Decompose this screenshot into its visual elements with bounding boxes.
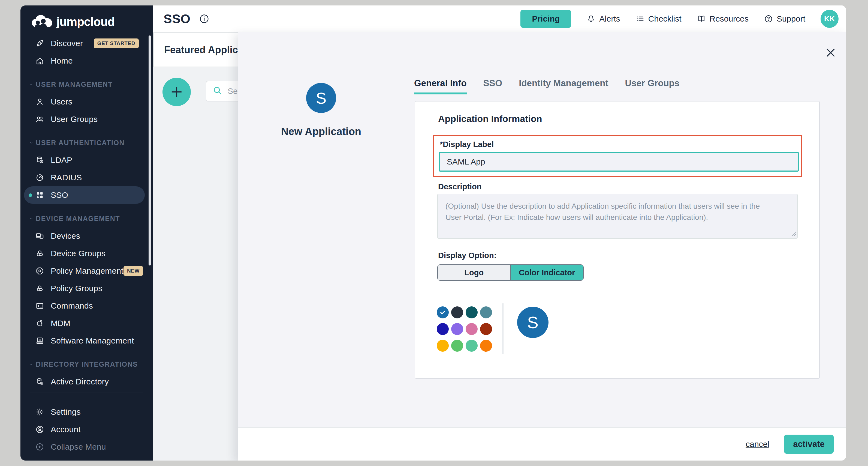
- display-label-label: *Display Label: [440, 140, 494, 149]
- application-information-card: Application Information *Display Label D…: [415, 101, 820, 379]
- sidebar-item-label: RADIUS: [51, 173, 82, 182]
- activate-button[interactable]: activate: [784, 435, 834, 454]
- pricing-button[interactable]: Pricing: [520, 10, 571, 28]
- sidebar-item-label: Active Directory: [51, 377, 109, 386]
- app-window: jumpcloud DiscoverGET STARTEDHomeUSER MA…: [21, 5, 846, 461]
- sidebar-item-ldap[interactable]: LDAP: [24, 151, 145, 169]
- description-label: Description: [438, 182, 482, 191]
- sidebar-section-device-management[interactable]: DEVICE MANAGEMENT: [21, 210, 153, 227]
- devices-icon: [35, 231, 44, 241]
- sidebar-item-user-groups[interactable]: User Groups: [24, 111, 145, 128]
- close-icon[interactable]: [825, 47, 837, 59]
- display-option-logo[interactable]: Logo: [438, 265, 510, 280]
- sidebar-item-label: Commands: [51, 301, 93, 311]
- color-swatch-6[interactable]: [466, 323, 477, 335]
- sidebar-item-sso[interactable]: SSO: [24, 186, 145, 204]
- sidebar-item-label: Users: [51, 97, 72, 107]
- sidebar-item-discover[interactable]: DiscoverGET STARTED: [24, 35, 145, 52]
- plus-icon: [170, 85, 183, 99]
- sidebar-item-label: Account: [51, 425, 81, 434]
- sidebar-item-active-directory[interactable]: Active Directory: [24, 373, 145, 390]
- info-icon[interactable]: [199, 13, 210, 24]
- search-icon: [212, 85, 223, 97]
- description-textarea[interactable]: [437, 194, 798, 239]
- sidebar-item-label: SSO: [51, 191, 68, 200]
- sidebar-item-device-groups[interactable]: Device Groups: [24, 245, 145, 262]
- active-directory-icon: [35, 377, 44, 386]
- new-application-modal: S New Application General InfoSSOIdentit…: [238, 32, 846, 461]
- modal-tabs: General InfoSSOIdentity ManagementUser G…: [414, 78, 679, 94]
- sidebar-item-collapse-menu[interactable]: Collapse Menu: [24, 438, 145, 456]
- terminal-icon: [35, 301, 44, 311]
- sidebar-item-policy-management[interactable]: Policy ManagementNEW: [24, 262, 145, 280]
- page-title: SSO: [163, 11, 191, 26]
- chevron-down-icon: [29, 141, 36, 145]
- color-swatch-selected[interactable]: [437, 307, 449, 318]
- sidebar-item-label: Device Groups: [51, 249, 105, 258]
- color-swatch-grid: [437, 307, 492, 352]
- header-action-alerts[interactable]: Alerts: [586, 14, 620, 24]
- color-swatch-7[interactable]: [480, 323, 492, 335]
- cancel-link[interactable]: cancel: [746, 440, 769, 449]
- header-action-resources[interactable]: Resources: [697, 14, 749, 24]
- sidebar-item-home[interactable]: Home: [24, 52, 145, 69]
- color-swatch-3[interactable]: [480, 307, 492, 318]
- sidebar-item-label: Discover: [51, 39, 83, 48]
- sidebar-scrollbar[interactable]: [149, 35, 151, 265]
- sidebar-item-radius[interactable]: RADIUS: [24, 169, 145, 186]
- top-header: SSO Pricing AlertsChecklistResourcesSupp…: [153, 5, 846, 33]
- chevron-down-icon: [29, 216, 36, 221]
- tab-user-groups[interactable]: User Groups: [625, 78, 679, 94]
- sidebar-item-commands[interactable]: Commands: [24, 297, 145, 315]
- display-option-color-indicator[interactable]: Color Indicator: [510, 265, 583, 280]
- tab-general-info[interactable]: General Info: [414, 78, 467, 94]
- color-swatch-5[interactable]: [451, 323, 463, 335]
- color-swatch-1[interactable]: [451, 307, 463, 318]
- sidebar-item-label: Policy Management: [51, 266, 123, 275]
- tab-identity-management[interactable]: Identity Management: [519, 78, 608, 94]
- sidebar-item-devices[interactable]: Devices: [24, 227, 145, 245]
- sidebar-section-directory-integrations[interactable]: DIRECTORY INTEGRATIONS: [21, 355, 153, 373]
- add-application-button[interactable]: [162, 78, 191, 106]
- color-swatch-11[interactable]: [480, 340, 492, 352]
- device-groups-icon: [35, 249, 44, 258]
- book-icon: [697, 14, 706, 24]
- collapse-icon: [35, 442, 44, 452]
- sidebar-item-label: Policy Groups: [51, 284, 102, 293]
- sidebar-item-mdm[interactable]: MDM: [24, 315, 145, 332]
- tab-sso[interactable]: SSO: [483, 78, 502, 94]
- color-indicator-preview: S: [517, 307, 549, 338]
- jumpcloud-logo[interactable]: jumpcloud: [30, 14, 115, 29]
- active-indicator-dot: [29, 194, 32, 197]
- avatar[interactable]: KK: [820, 10, 839, 28]
- sidebar-item-label: LDAP: [51, 155, 72, 165]
- swatch-divider: [502, 303, 503, 354]
- sidebar-nav: DiscoverGET STARTEDHomeUSER MANAGEMENTUs…: [21, 35, 153, 461]
- header-action-checklist[interactable]: Checklist: [636, 14, 682, 24]
- check-icon: [439, 309, 446, 316]
- color-swatch-10[interactable]: [466, 340, 477, 352]
- sidebar-item-account[interactable]: Account: [24, 421, 145, 438]
- user-icon: [35, 97, 44, 107]
- bell-icon: [586, 14, 596, 24]
- color-swatch-8[interactable]: [437, 340, 449, 352]
- display-label-highlight: *Display Label: [433, 135, 802, 177]
- sidebar-section-user-management[interactable]: USER MANAGEMENT: [21, 76, 153, 93]
- sidebar-item-policy-groups[interactable]: Policy Groups: [24, 280, 145, 297]
- sidebar-item-software-management[interactable]: Software Management: [24, 332, 145, 349]
- sidebar-item-label: MDM: [51, 319, 70, 328]
- color-swatch-4[interactable]: [437, 323, 449, 335]
- gear-icon: [35, 407, 44, 417]
- header-action-support[interactable]: Support: [764, 14, 805, 24]
- account-icon: [35, 425, 44, 434]
- header-nav: AlertsChecklistResourcesSupport: [586, 14, 805, 24]
- color-swatch-9[interactable]: [451, 340, 463, 352]
- sidebar-item-label: User Groups: [51, 115, 98, 124]
- sidebar-item-label: Home: [51, 56, 73, 65]
- color-swatch-2[interactable]: [466, 307, 477, 318]
- featured-applications-heading: Featured Applica: [164, 44, 243, 56]
- sidebar-item-settings[interactable]: Settings: [24, 403, 145, 421]
- sidebar-section-user-authentication[interactable]: USER AUTHENTICATION: [21, 134, 153, 151]
- sidebar-item-users[interactable]: Users: [24, 93, 145, 111]
- display-label-input[interactable]: [439, 152, 799, 172]
